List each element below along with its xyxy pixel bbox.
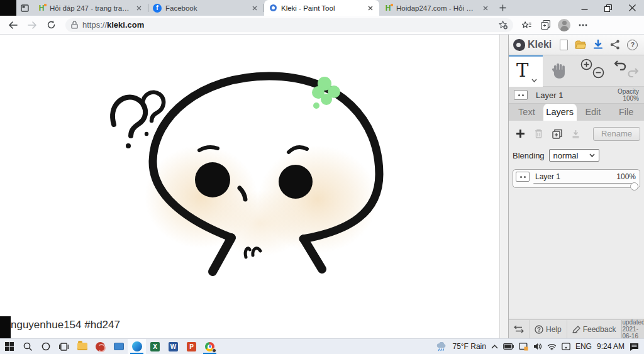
tab-text[interactable]: Text [510, 104, 543, 121]
text-tool-button[interactable]: T [509, 55, 543, 87]
start-button[interactable] [0, 339, 18, 354]
powerpoint-icon: P [187, 342, 196, 351]
reload-button[interactable] [42, 17, 60, 33]
tab-close-button[interactable] [250, 4, 259, 13]
language-indicator[interactable]: ENG [575, 342, 592, 351]
zoom-in-icon [580, 58, 592, 70]
back-button[interactable] [4, 17, 23, 33]
screen-corner [0, 0, 16, 16]
tab-layers[interactable]: Layers [543, 104, 577, 121]
undo-icon [614, 59, 626, 70]
profile-button[interactable] [555, 17, 574, 33]
new-file-icon [560, 40, 568, 50]
duplicate-layer-button[interactable] [550, 126, 565, 141]
tab-title: Kleki - Paint Tool [281, 4, 362, 12]
edge-taskbar-button[interactable] [128, 339, 146, 354]
blending-select[interactable]: normal [549, 149, 599, 162]
kleki-panel: Kleki ? T [508, 35, 644, 338]
wifi-icon[interactable] [547, 343, 557, 350]
tab-title: Hỏi đáp 247 - trang tra loi [50, 4, 131, 12]
layer-opacity-slider-handle[interactable] [630, 182, 638, 191]
chrome-profile-badge [212, 348, 216, 353]
cortana-button[interactable] [36, 339, 55, 354]
tray-expand-button[interactable] [491, 345, 498, 349]
zoom-tool-button[interactable] [577, 55, 611, 87]
favorites-bar-button[interactable] [517, 17, 536, 33]
new-image-button[interactable] [560, 40, 568, 50]
tab-hoidap247-2[interactable]: H Hoidap247.com - Hỏi đáp online [379, 0, 494, 16]
cortana-icon [42, 342, 50, 351]
swap-panel-side-button[interactable] [509, 320, 530, 338]
feedback-button[interactable]: Feedback [567, 320, 622, 338]
layers-panel: Rename Blending normal Layer 1 100% [509, 121, 644, 318]
undo-redo-button[interactable] [610, 55, 644, 87]
tab-file[interactable]: File [609, 104, 643, 121]
hand-tool-button[interactable] [543, 55, 577, 87]
restore-button[interactable] [596, 0, 620, 16]
share-button[interactable] [610, 40, 620, 50]
settings-more-button[interactable] [574, 17, 592, 33]
text-tool-icon: T [516, 60, 528, 81]
close-window-button[interactable] [620, 0, 644, 16]
close-icon [629, 4, 636, 11]
open-file-button[interactable] [575, 40, 586, 50]
system-tray: 75°F Rain ENG 9:24 AM [436, 339, 644, 354]
active-layer-bar[interactable]: Layer 1 Opacity 100% [509, 87, 644, 104]
taskbar-search-button[interactable] [18, 339, 36, 354]
chrome-taskbar-button[interactable] [201, 339, 219, 354]
red-app-button[interactable] [91, 339, 109, 354]
rename-layer-button[interactable]: Rename [593, 127, 640, 141]
battery-icon[interactable] [503, 343, 514, 350]
display-app-button[interactable] [109, 339, 128, 354]
save-download-button[interactable] [593, 40, 603, 50]
excel-taskbar-button[interactable]: X [146, 339, 164, 354]
hoidap247-favicon: H [384, 4, 392, 13]
updated-date-label: updated 2021-06-16 [621, 320, 644, 338]
tab-hoidap247-1[interactable]: H Hỏi đáp 247 - trang tra loi [33, 0, 148, 16]
hoidap247-favicon: H [37, 4, 46, 13]
back-icon [8, 21, 18, 30]
merge-layer-button[interactable] [568, 126, 583, 141]
minimize-button[interactable] [572, 0, 596, 16]
word-taskbar-button[interactable]: W [164, 339, 182, 354]
tab-actions-menu-button[interactable] [16, 0, 33, 16]
paint-canvas[interactable]: nguyenhue154 #hd247 [0, 35, 499, 338]
kleki-brand: Kleki [528, 39, 552, 50]
weather-text[interactable]: 75°F Rain [452, 342, 486, 351]
chevron-up-icon [491, 345, 498, 349]
canvas-scrollbar[interactable] [499, 35, 508, 338]
new-tab-button[interactable] [494, 0, 511, 16]
add-layer-button[interactable] [513, 126, 528, 141]
collections-icon [541, 20, 550, 30]
address-bar[interactable]: https://kleki.com [65, 18, 513, 32]
help-button[interactable]: ? [627, 40, 638, 50]
screen-notification-icon[interactable] [519, 343, 528, 351]
file-explorer-button[interactable] [73, 339, 91, 354]
volume-icon[interactable] [533, 343, 542, 350]
kleki-header: Kleki ? [509, 35, 644, 55]
ellipsis-icon [579, 24, 587, 26]
tab-close-button[interactable] [135, 4, 143, 13]
cast-display-icon[interactable] [562, 343, 570, 350]
add-favorite-button[interactable] [498, 20, 508, 30]
monitor-icon [114, 343, 124, 350]
help-footer-button[interactable]: Help [530, 320, 567, 338]
tab-close-button[interactable] [481, 4, 490, 13]
folder-open-icon [575, 40, 586, 50]
tab-close-button[interactable] [366, 4, 375, 13]
help-icon: ? [627, 40, 638, 50]
clock[interactable]: 9:24 AM [597, 342, 625, 351]
action-center-button[interactable] [630, 343, 639, 351]
file-explorer-icon [77, 343, 87, 350]
layer-opacity-slider[interactable] [533, 183, 635, 184]
remove-layer-button[interactable] [531, 126, 546, 141]
collections-button[interactable] [536, 17, 555, 33]
forward-button[interactable] [23, 17, 42, 33]
tab-facebook[interactable]: f Facebook [148, 0, 264, 16]
tab-kleki-active[interactable]: Kleki - Paint Tool [264, 0, 379, 16]
task-view-button[interactable] [55, 339, 73, 354]
search-icon [23, 342, 32, 351]
layer-list-item[interactable]: Layer 1 100% [513, 169, 640, 188]
powerpoint-taskbar-button[interactable]: P [182, 339, 201, 354]
tab-edit[interactable]: Edit [577, 104, 610, 121]
